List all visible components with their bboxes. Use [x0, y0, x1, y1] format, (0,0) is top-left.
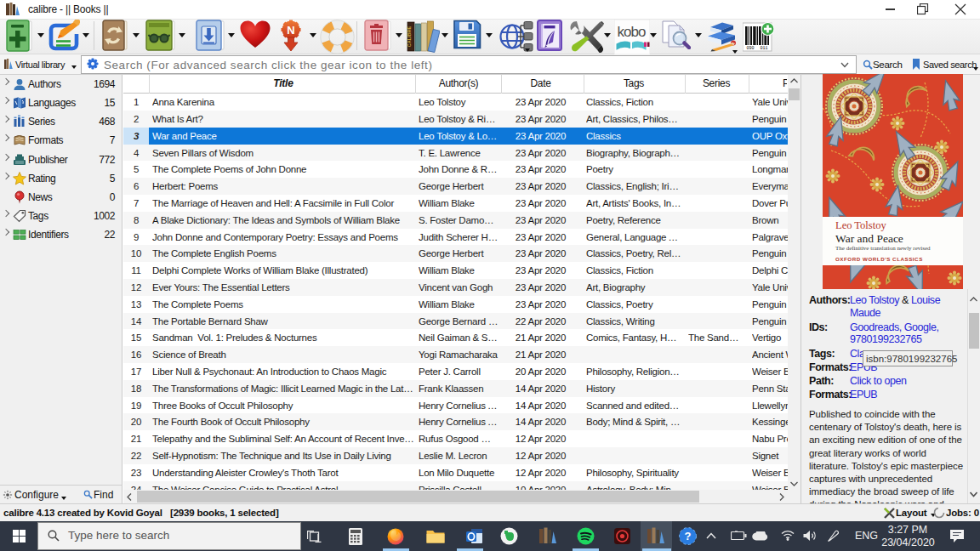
svg-text:N: N [287, 24, 294, 37]
svg-text:CALIBRE: CALIBRE [407, 26, 412, 47]
svg-text:090: 090 [746, 46, 754, 51]
svg-text:The definitive translation new: The definitive translation newly revised [835, 245, 931, 252]
svg-text:?: ? [685, 530, 692, 542]
svg-text:011: 011 [760, 46, 767, 51]
svg-text:Leo Tolstoy: Leo Tolstoy [835, 219, 886, 231]
svg-text:OXFORD WORLD'S CLASSICS: OXFORD WORLD'S CLASSICS [835, 256, 923, 262]
svg-text:kobo: kobo [618, 24, 646, 40]
svg-text:War and Peace: War and Peace [835, 232, 903, 245]
